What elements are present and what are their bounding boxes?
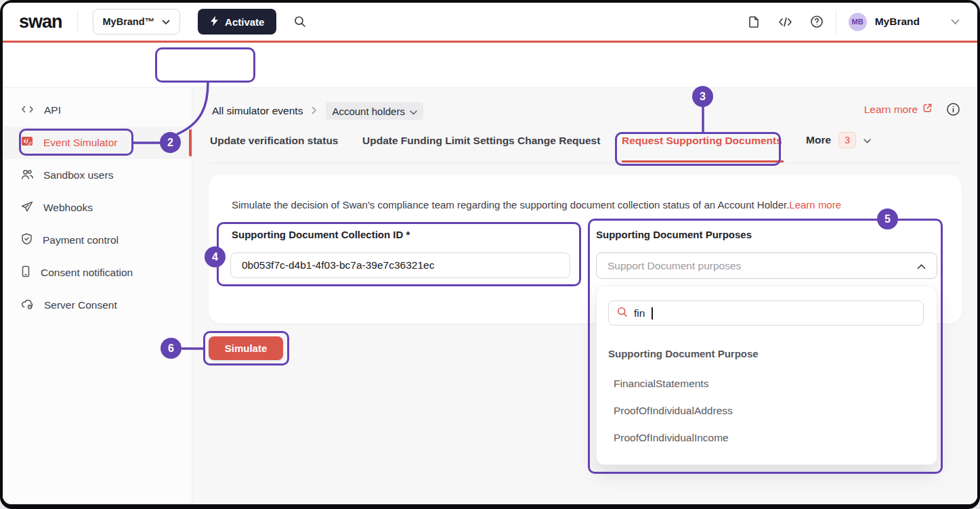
purposes-placeholder: Support Document purposes [608, 260, 917, 272]
learn-more-inline-link[interactable]: Learn more [789, 199, 841, 211]
account-menu[interactable]: MB MyBrand [849, 13, 960, 31]
top-bar-right: MB MyBrand [748, 9, 960, 34]
account-name: MyBrand [875, 16, 920, 28]
tab-update-verification-status[interactable]: Update verification status [210, 132, 339, 150]
sidebar-item-label: Event Simulator [43, 137, 117, 149]
breadcrumb: All simulator events Account holders [212, 102, 423, 120]
tab-update-funding-limit[interactable]: Update Funding Limit Settings Change Req… [362, 132, 600, 150]
phone-icon [21, 265, 30, 280]
page-actions: Learn more [864, 102, 960, 116]
activate-label: Activate [225, 16, 264, 28]
chevron-down-icon [410, 106, 417, 117]
activate-button[interactable]: Activate [198, 9, 276, 35]
info-icon[interactable] [946, 102, 960, 116]
users-icon [21, 169, 33, 183]
docs-icon[interactable] [748, 16, 761, 28]
help-icon[interactable] [810, 15, 824, 28]
send-icon [21, 201, 33, 215]
chevron-up-icon [917, 260, 926, 272]
sidebar-item-label: Webhooks [43, 202, 93, 214]
simulate-button[interactable]: Simulate [209, 336, 283, 360]
api-explorer-icon[interactable] [778, 16, 792, 28]
breadcrumb-current-label: Account holders [332, 106, 405, 117]
sidebar-item-label: Consent notification [41, 267, 133, 279]
tabs-more-dropdown[interactable]: More 3 [806, 132, 871, 148]
sidebar-item-label: API [44, 104, 61, 116]
sidebar-item-api[interactable]: API [3, 94, 192, 127]
window-frame: swan MyBrand™ Activate [0, 0, 980, 509]
sidebar-item-label: Server Consent [44, 299, 117, 311]
chevron-down-icon [951, 19, 960, 25]
sidebar-item-payment-control[interactable]: Payment control [3, 224, 192, 257]
text-cursor [652, 307, 653, 319]
search-icon [617, 307, 628, 320]
app: swan MyBrand™ Activate [3, 3, 977, 504]
sidebar-item-webhooks[interactable]: Webhooks [3, 192, 192, 224]
description-text: Simulate the decision of Swan's complian… [232, 199, 789, 211]
option-financial-statements[interactable]: FinancialStatements [614, 377, 708, 391]
chevron-down-icon [864, 135, 871, 146]
swan-logo: swan [19, 12, 62, 32]
option-proof-of-individual-address[interactable]: ProofOfIndividualAddress [614, 404, 733, 418]
avatar: MB [849, 13, 867, 31]
shield-check-icon [21, 233, 33, 248]
search-icon[interactable] [294, 16, 306, 28]
event-simulator-icon [21, 136, 33, 150]
tabs-divider [210, 162, 960, 163]
main-nav: Data Insights Developers Settings Sandbo… [3, 43, 977, 88]
sidebar-item-server-consent[interactable]: Server Consent [3, 289, 192, 322]
collection-id-input[interactable] [230, 252, 570, 278]
purposes-select[interactable]: Support Document purposes [596, 252, 937, 279]
collection-id-label: Supporting Document Collection ID * [232, 229, 410, 240]
learn-more-link[interactable]: Learn more [864, 103, 933, 116]
tab-request-supporting-documents[interactable]: Request Supporting Documents [622, 132, 782, 150]
sidebar-item-label: Payment control [43, 234, 119, 246]
purposes-dropdown-panel: fin Supporting Document Purpose Financia… [596, 286, 937, 465]
workspace-name: MyBrand™ [103, 16, 155, 27]
code-icon [21, 104, 34, 117]
workspace-selector[interactable]: MyBrand™ [93, 9, 181, 35]
sidebar-item-label: Sandbox users [43, 169, 113, 181]
breadcrumb-current-dropdown[interactable]: Account holders [326, 102, 423, 120]
sidebar: API Event Simulator Sandbox users Webhoo… [3, 88, 192, 504]
external-link-icon [922, 103, 933, 116]
learn-more-label: Learn more [864, 104, 918, 116]
search-value: fin [634, 307, 645, 319]
breadcrumb-root[interactable]: All simulator events [212, 105, 303, 117]
purposes-label: Supporting Document Purposes [596, 229, 752, 240]
breadcrumb-separator-icon [312, 105, 317, 117]
top-bar: swan MyBrand™ Activate [3, 3, 977, 41]
lightning-icon [210, 16, 219, 28]
more-label: More [806, 134, 831, 146]
sidebar-item-event-simulator[interactable]: Event Simulator [3, 127, 192, 159]
purposes-search-input[interactable]: fin [608, 301, 924, 326]
more-count-badge: 3 [838, 132, 856, 148]
sidebar-item-sandbox-users[interactable]: Sandbox users [3, 159, 192, 192]
purposes-group-heading: Supporting Document Purpose [608, 348, 759, 359]
option-proof-of-individual-income[interactable]: ProofOfIndividualIncome [614, 431, 729, 445]
cloud-icon [21, 298, 34, 312]
sidebar-item-consent-notification[interactable]: Consent notification [3, 257, 192, 289]
divider [836, 9, 836, 34]
divider [77, 11, 78, 32]
form-description: Simulate the decision of Swan's complian… [232, 199, 841, 211]
chevron-down-icon [162, 16, 170, 27]
